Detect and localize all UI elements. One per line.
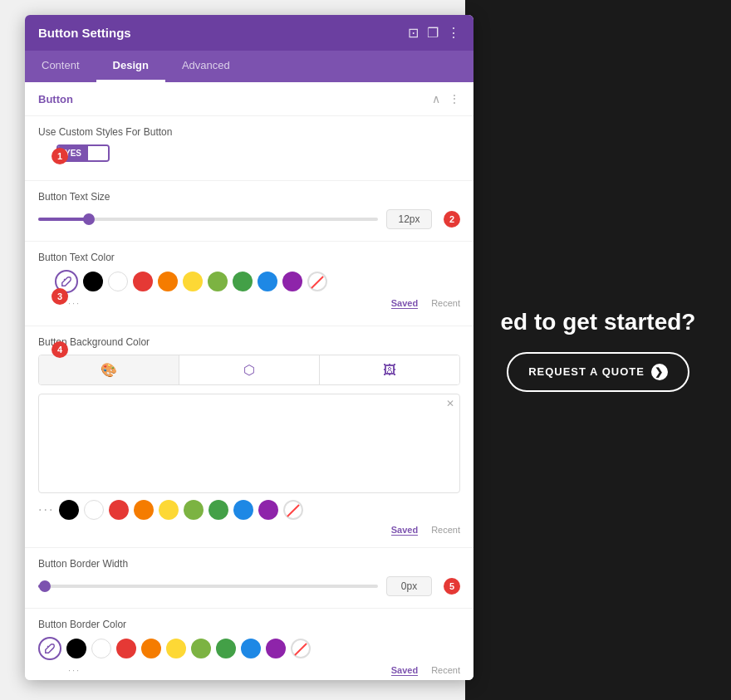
text-color-saved-recent: ··· Saved Recent bbox=[38, 296, 460, 314]
section-collapse-icon[interactable]: ∧ bbox=[432, 92, 440, 105]
section-header-icons: ∧ ⋮ bbox=[432, 92, 460, 105]
border-color-blue[interactable] bbox=[241, 639, 261, 658]
settings-focus-icon[interactable]: ⊡ bbox=[408, 25, 419, 41]
bg-tab-solid[interactable]: 🎨 bbox=[39, 355, 179, 384]
text-size-label: Button Text Size bbox=[38, 191, 460, 203]
text-size-slider[interactable] bbox=[38, 218, 378, 221]
color-blue[interactable] bbox=[258, 272, 277, 291]
border-color-lime[interactable] bbox=[191, 639, 211, 658]
website-dark-section: ed to get started? REQUEST A QUOTE ❯ bbox=[465, 0, 731, 700]
bg-color-black[interactable] bbox=[59, 500, 79, 520]
border-width-label: Button Border Width bbox=[38, 558, 460, 570]
bg-color-green[interactable] bbox=[209, 500, 228, 520]
border-color-purple[interactable] bbox=[266, 639, 286, 658]
bg-color-label: Button Background Color bbox=[38, 336, 460, 348]
bg-color-display[interactable]: ✕ bbox=[38, 394, 460, 493]
border-color-saved-recent: ··· Saved Recent bbox=[38, 663, 460, 680]
section-title: Button bbox=[38, 93, 73, 105]
color-lime[interactable] bbox=[208, 272, 228, 291]
border-color-label: Button Border Color bbox=[38, 619, 460, 630]
bg-color-recent[interactable]: Recent bbox=[431, 525, 460, 536]
color-yellow[interactable] bbox=[183, 272, 203, 291]
border-color-transparent[interactable] bbox=[291, 639, 311, 658]
border-color-picker: ··· Saved Recent bbox=[38, 637, 460, 680]
bg-color-blue[interactable] bbox=[233, 500, 253, 520]
bg-color-white[interactable] bbox=[84, 500, 104, 520]
toggle-no[interactable] bbox=[88, 146, 108, 160]
border-color-recent[interactable]: Recent bbox=[431, 665, 460, 676]
custom-styles-label: Use Custom Styles For Button bbox=[38, 126, 460, 138]
border-color-black[interactable] bbox=[66, 639, 86, 658]
text-color-label: Button Text Color bbox=[38, 252, 460, 263]
fill-icon: 🎨 bbox=[101, 362, 117, 378]
settings-more-icon[interactable]: ⋮ bbox=[447, 25, 460, 41]
text-color-dots-menu[interactable]: ··· bbox=[68, 298, 81, 309]
panel-tabs: Content Design Advanced bbox=[25, 51, 473, 82]
text-size-field: Button Text Size 12px 2 bbox=[25, 181, 473, 241]
border-color-green[interactable] bbox=[216, 639, 236, 658]
custom-styles-field: 1 Use Custom Styles For Button YES bbox=[25, 116, 473, 180]
svg-line-1 bbox=[47, 646, 48, 647]
color-transparent[interactable] bbox=[307, 272, 327, 291]
panel-body: Button ∧ ⋮ 1 Use Custom Styles For Butto… bbox=[25, 82, 473, 680]
bg-color-transparent[interactable] bbox=[283, 500, 303, 520]
border-width-slider-row: 0px 5 bbox=[38, 576, 460, 596]
border-color-dots[interactable]: ··· bbox=[68, 665, 81, 676]
bg-color-red[interactable] bbox=[109, 500, 129, 520]
badge-5: 5 bbox=[444, 578, 460, 595]
color-purple[interactable] bbox=[282, 272, 302, 291]
text-color-recent[interactable]: Recent bbox=[431, 298, 460, 309]
bg-color-lime[interactable] bbox=[184, 500, 204, 520]
panel-title: Button Settings bbox=[38, 26, 131, 40]
panel-header-icons: ⊡ ❐ ⋮ bbox=[408, 25, 460, 41]
color-black[interactable] bbox=[83, 272, 103, 291]
bg-color-yellow[interactable] bbox=[159, 500, 179, 520]
website-headline: ed to get started? bbox=[501, 309, 696, 335]
bg-color-orange[interactable] bbox=[134, 500, 154, 520]
bg-color-purple[interactable] bbox=[258, 500, 278, 520]
border-color-orange[interactable] bbox=[141, 639, 161, 658]
text-color-field: 3 Button Text Color bbox=[25, 242, 473, 326]
color-white[interactable] bbox=[108, 272, 128, 291]
settings-panel: Button Settings ⊡ ❐ ⋮ Content Design Adv… bbox=[25, 15, 473, 680]
image-icon: 🖼 bbox=[383, 363, 396, 378]
settings-expand-icon[interactable]: ❐ bbox=[427, 25, 439, 41]
svg-line-0 bbox=[64, 279, 65, 280]
tab-content[interactable]: Content bbox=[25, 51, 96, 82]
color-orange[interactable] bbox=[158, 272, 178, 291]
panel-header: Button Settings ⊡ ❐ ⋮ bbox=[25, 15, 473, 51]
text-size-value[interactable]: 12px bbox=[386, 209, 432, 229]
border-color-yellow[interactable] bbox=[166, 639, 186, 658]
color-red[interactable] bbox=[133, 272, 153, 291]
cta-arrow-icon: ❯ bbox=[651, 364, 668, 380]
border-color-swatches bbox=[38, 637, 460, 660]
bg-tab-gradient[interactable]: ⬡ bbox=[179, 355, 320, 384]
border-width-value[interactable]: 0px bbox=[386, 576, 432, 596]
bg-color-swatches: ··· bbox=[38, 500, 460, 520]
border-color-saved[interactable]: Saved bbox=[391, 665, 418, 676]
border-color-red[interactable] bbox=[116, 639, 136, 658]
bg-color-saved[interactable]: Saved bbox=[391, 525, 418, 536]
cta-button: REQUEST A QUOTE ❯ bbox=[507, 352, 689, 392]
text-color-saved[interactable]: Saved bbox=[391, 298, 418, 309]
gradient-icon: ⬡ bbox=[243, 362, 255, 378]
border-color-white[interactable] bbox=[91, 639, 111, 658]
section-more-icon[interactable]: ⋮ bbox=[449, 92, 460, 105]
color-green[interactable] bbox=[233, 272, 253, 291]
bg-color-field: 4 Button Background Color 🎨 ⬡ 🖼 ✕ ··· bbox=[25, 326, 473, 547]
bg-color-close[interactable]: ✕ bbox=[446, 398, 454, 409]
border-width-slider[interactable] bbox=[38, 585, 378, 588]
bg-tab-image[interactable]: 🖼 bbox=[320, 355, 459, 384]
tab-design[interactable]: Design bbox=[96, 51, 165, 82]
toggle-row: YES bbox=[38, 144, 460, 162]
text-size-slider-row: 12px 2 bbox=[38, 209, 460, 229]
section-header: Button ∧ ⋮ bbox=[25, 82, 473, 116]
text-color-picker: ··· Saved Recent bbox=[38, 270, 460, 314]
border-color-field: Button Border Color bbox=[25, 609, 473, 680]
badge-4: 4 bbox=[52, 341, 68, 358]
text-color-swatches bbox=[38, 270, 460, 293]
border-color-eyedropper[interactable] bbox=[38, 637, 61, 660]
bg-color-dots[interactable]: ··· bbox=[38, 502, 54, 517]
tab-advanced[interactable]: Advanced bbox=[165, 51, 247, 82]
badge-3: 3 bbox=[52, 288, 68, 305]
